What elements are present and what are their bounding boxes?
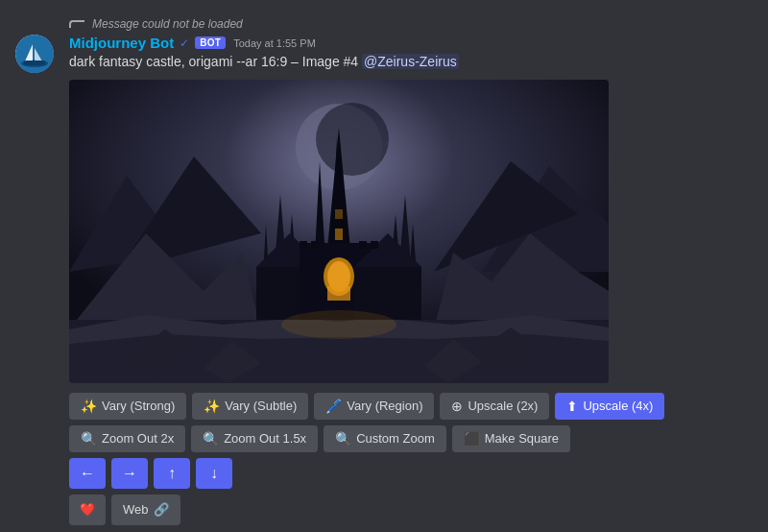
vary-strong-button[interactable]: ✨ Vary (Strong): [69, 393, 186, 420]
arrow-up-button[interactable]: ↑: [154, 458, 190, 489]
zoom-out-1-5x-button[interactable]: 🔍 Zoom Out 1.5x: [191, 425, 318, 452]
svg-rect-40: [371, 241, 378, 249]
external-link-icon: 🔗: [154, 502, 169, 517]
custom-zoom-button[interactable]: 🔍 Custom Zoom: [324, 425, 446, 452]
mention: @Zeirus-Zeirus: [362, 54, 459, 69]
vary-subtle-icon: ✨: [204, 399, 220, 414]
svg-rect-39: [359, 241, 367, 249]
upscale-2x-icon: ⊕: [451, 399, 463, 414]
message-text: dark fantasy castle, origami --ar 16:9 –…: [69, 53, 753, 72]
arrow-right-icon: →: [122, 465, 137, 482]
arrow-left-button[interactable]: ←: [69, 458, 106, 489]
vary-subtle-button[interactable]: ✨ Vary (Subtle): [192, 393, 308, 420]
heart-icon: ❤️: [80, 502, 95, 517]
reply-text: Message could not be loaded: [92, 17, 243, 31]
zoom-out-1-5x-icon: 🔍: [203, 431, 219, 447]
generated-image: [69, 80, 609, 383]
reply-icon: [69, 20, 84, 28]
avatar: [15, 35, 54, 73]
button-row-1: ✨ Vary (Strong) ✨ Vary (Subtle) 🖊️ Vary …: [69, 393, 753, 420]
vary-region-icon: 🖊️: [325, 399, 342, 414]
reply-bar: Message could not be loaded: [69, 17, 753, 31]
svg-rect-4: [24, 60, 45, 65]
username: Midjourney Bot: [69, 35, 174, 51]
image-container: [69, 80, 753, 383]
svg-point-41: [281, 310, 396, 339]
custom-zoom-icon: 🔍: [335, 431, 351, 447]
image-suffix: – Image #4: [291, 54, 362, 69]
message-container: Message could not be loaded: [0, 10, 768, 532]
svg-rect-38: [311, 241, 319, 249]
web-button[interactable]: Web 🔗: [111, 495, 180, 525]
upscale-4x-icon: ⬆: [566, 399, 578, 414]
bot-badge: BOT: [195, 36, 226, 49]
buttons-area: ✨ Vary (Strong) ✨ Vary (Subtle) 🖊️ Vary …: [69, 393, 753, 525]
vary-strong-icon: ✨: [81, 399, 97, 414]
zoom-out-2x-icon: 🔍: [81, 431, 97, 447]
svg-rect-37: [300, 241, 307, 249]
web-label: Web: [123, 502, 149, 517]
upscale-4x-button[interactable]: ⬆ Upscale (4x): [555, 393, 664, 420]
svg-rect-36: [335, 209, 343, 219]
upscale-2x-button[interactable]: ⊕ Upscale (2x): [440, 393, 549, 420]
prompt-text: dark fantasy castle, origami --ar 16:9: [69, 54, 287, 69]
zoom-out-2x-button[interactable]: 🔍 Zoom Out 2x: [69, 425, 185, 452]
username-row: Midjourney Bot ✓ BOT Today at 1:55 PM: [69, 35, 753, 51]
arrow-left-icon: ←: [80, 465, 95, 482]
avatar-inner: [15, 35, 54, 73]
arrow-right-button[interactable]: →: [111, 458, 148, 489]
make-square-button[interactable]: ⬛ Make Square: [452, 425, 570, 452]
vary-region-button[interactable]: 🖊️ Vary (Region): [314, 393, 434, 420]
arrow-down-icon: ↓: [210, 465, 218, 482]
arrow-up-icon: ↑: [168, 465, 176, 482]
make-square-icon: ⬛: [464, 431, 480, 447]
checkmark-icon: ✓: [180, 36, 189, 50]
arrow-down-button[interactable]: ↓: [196, 458, 232, 489]
svg-rect-34: [327, 286, 350, 301]
svg-rect-35: [335, 229, 343, 240]
content-area: Midjourney Bot ✓ BOT Today at 1:55 PM da…: [69, 35, 753, 525]
message-body: Midjourney Bot ✓ BOT Today at 1:55 PM da…: [15, 35, 753, 525]
button-row-3: ← → ↑ ↓: [69, 458, 753, 489]
button-row-4: ❤️ Web 🔗: [69, 495, 753, 525]
timestamp: Today at 1:55 PM: [233, 37, 316, 49]
svg-point-8: [316, 103, 389, 176]
heart-button[interactable]: ❤️: [69, 495, 106, 525]
button-row-2: 🔍 Zoom Out 2x 🔍 Zoom Out 1.5x 🔍 Custom Z…: [69, 425, 753, 452]
